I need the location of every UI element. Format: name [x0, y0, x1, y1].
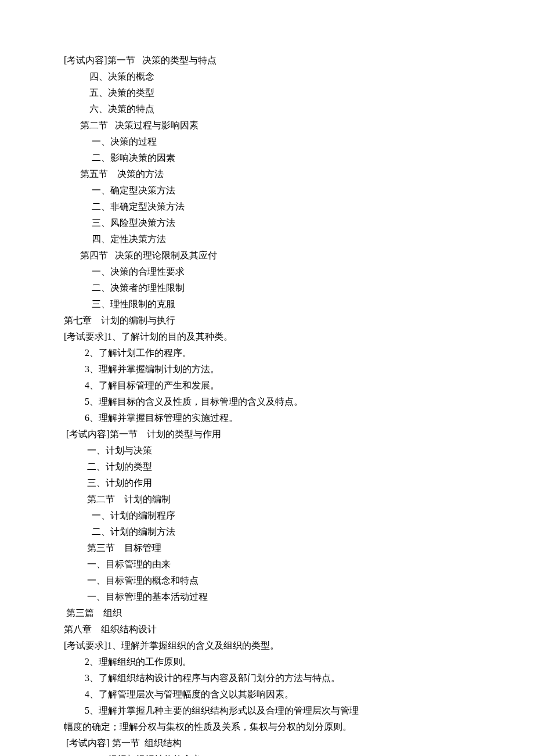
text-line: 第三节 目标管理	[64, 540, 470, 556]
text-line: 第七章 计划的编制与执行	[64, 312, 470, 329]
text-line: [考试内容]第一节 计划的类型与作用	[64, 426, 470, 442]
text-line: [考试要求]1、了解计划的目的及其种类。	[64, 329, 470, 345]
text-line: 4、了解目标管理的产生和发展。	[64, 377, 470, 394]
text-line: 一、计划与决策	[64, 442, 470, 459]
text-line: 四、决策的概念	[64, 69, 470, 85]
text-line: 一、确定型决策方法	[64, 182, 470, 199]
text-line: [考试内容] 第一节 组织结构	[64, 735, 470, 751]
text-line: 二、计划的类型	[64, 459, 470, 475]
text-line: 一、计划的编制程序	[64, 507, 470, 524]
text-line: 5、理解并掌握几种主要的组织结构形式以及合理的管理层次与管理	[64, 703, 470, 719]
text-line: 二、计划的编制方法	[64, 524, 470, 540]
text-line: 第二节 计划的编制	[64, 491, 470, 507]
text-line: 第二节 决策过程与影响因素	[64, 117, 470, 134]
text-line: 幅度的确定；理解分权与集权的性质及关系，集权与分权的划分原则。	[64, 719, 470, 735]
text-line: 5、理解目标的含义及性质，目标管理的含义及特点。	[64, 394, 470, 410]
text-line: 第八章 组织结构设计	[64, 621, 470, 638]
text-line: [考试内容]第一节 决策的类型与特点	[64, 52, 470, 69]
text-line: 一、目标管理的概念和特点	[64, 573, 470, 589]
text-line: 第三篇 组织	[64, 605, 470, 621]
text-line: 2、理解组织的工作原则。	[64, 654, 470, 670]
text-line: 一、目标管理的由来	[64, 556, 470, 573]
text-line: 一、目标管理的基本活动过程	[64, 589, 470, 605]
text-line: 3、理解并掌握编制计划的方法。	[64, 361, 470, 377]
text-line: 五、决策的类型	[64, 85, 470, 101]
text-line: 四、定性决策方法	[64, 231, 470, 247]
text-line: 三、风险型决策方法	[64, 215, 470, 231]
text-line: 一、决策的过程	[64, 134, 470, 150]
text-line: [考试要求]1、理解并掌握组织的含义及组织的类型。	[64, 638, 470, 654]
text-line: 3、了解组织结构设计的程序与内容及部门划分的方法与特点。	[64, 670, 470, 686]
text-line: 一、组织与组织结构的含义	[64, 751, 470, 756]
text-line: 一、决策的合理性要求	[64, 264, 470, 280]
text-line: 第四节 决策的理论限制及其应付	[64, 247, 470, 264]
text-line: 第五节 决策的方法	[64, 166, 470, 182]
text-line: 三、理性限制的克服	[64, 296, 470, 312]
document-page: [考试内容]第一节 决策的类型与特点 四、决策的概念 五、决策的类型 六、决策的…	[0, 0, 534, 756]
text-line: 2、了解计划工作的程序。	[64, 345, 470, 361]
text-line: 4、了解管理层次与管理幅度的含义以其影响因素。	[64, 686, 470, 703]
text-line: 二、决策者的理性限制	[64, 280, 470, 296]
text-line: 6、理解并掌握目标管理的实施过程。	[64, 410, 470, 426]
text-line: 三、计划的作用	[64, 475, 470, 491]
text-line: 二、非确定型决策方法	[64, 199, 470, 215]
text-line: 六、决策的特点	[64, 101, 470, 117]
text-line: 二、影响决策的因素	[64, 150, 470, 166]
